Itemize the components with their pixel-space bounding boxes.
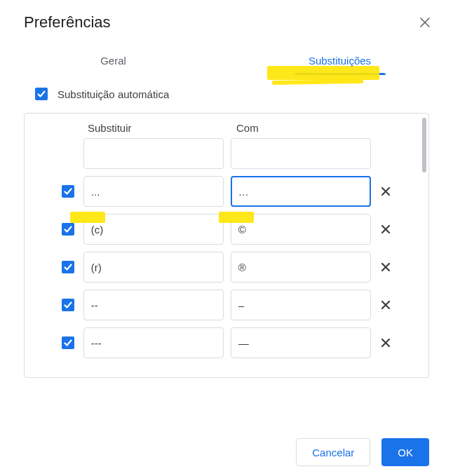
tab-bar: Geral Substituições: [0, 45, 453, 75]
with-input[interactable]: [231, 290, 371, 320]
column-header-replace: Substituir: [88, 122, 236, 134]
delete-row-button[interactable]: [378, 295, 393, 315]
check-icon: [36, 89, 46, 99]
tab-substitutions[interactable]: Substituições: [226, 45, 453, 75]
tab-general[interactable]: Geral: [0, 45, 226, 75]
with-input[interactable]: [231, 138, 371, 169]
check-icon: [63, 224, 73, 234]
check-icon: [63, 338, 73, 348]
delete-icon: [381, 225, 390, 233]
row-checkbox[interactable]: [62, 336, 74, 349]
row-checkbox[interactable]: [62, 299, 74, 311]
delete-icon: [381, 263, 390, 271]
dialog-header: Preferências: [0, 6, 453, 39]
check-icon: [63, 262, 73, 272]
close-button[interactable]: [414, 11, 436, 34]
with-input[interactable]: [231, 327, 371, 358]
row-checkbox-wrap: [60, 185, 76, 198]
tab-substitutions-label: Substituições: [309, 55, 371, 67]
ok-button[interactable]: OK: [381, 438, 429, 466]
with-input[interactable]: [231, 214, 371, 245]
preferences-dialog: Preferências Geral Substituições Substit…: [0, 0, 453, 476]
table-row: [60, 252, 393, 283]
auto-substitution-label: Substituição automática: [58, 88, 169, 100]
delete-row-button[interactable]: [378, 219, 393, 239]
scrollbar-thumb[interactable]: [422, 118, 426, 172]
cancel-button[interactable]: Cancelar: [296, 438, 370, 466]
substitutions-table: Substituir Com: [24, 113, 429, 378]
row-checkbox[interactable]: [62, 185, 74, 198]
with-input[interactable]: [231, 252, 371, 283]
row-checkbox-wrap: [60, 336, 76, 349]
replace-input[interactable]: [83, 327, 224, 358]
table-row: [60, 290, 393, 320]
auto-substitution-row: Substituição automática: [0, 75, 453, 113]
dialog-title: Preferências: [24, 13, 111, 32]
table-row: [60, 138, 393, 169]
auto-substitution-checkbox[interactable]: [35, 88, 48, 100]
table-body: [25, 138, 428, 358]
replace-input[interactable]: [83, 176, 224, 207]
row-checkbox-wrap: [60, 299, 76, 311]
delete-icon: [381, 187, 390, 196]
delete-row-button: [378, 144, 393, 163]
row-checkbox[interactable]: [62, 223, 74, 236]
row-checkbox-wrap: [60, 223, 76, 236]
delete-icon: [381, 301, 390, 309]
table-header: Substituir Com: [25, 114, 428, 138]
row-checkbox-wrap: [60, 261, 76, 273]
replace-input[interactable]: [83, 290, 224, 320]
column-header-with: Com: [236, 122, 393, 134]
row-checkbox[interactable]: [62, 261, 74, 273]
check-icon: [63, 300, 73, 310]
close-icon: [419, 17, 431, 28]
replace-input[interactable]: [83, 214, 224, 245]
delete-row-button[interactable]: [378, 333, 393, 353]
check-icon: [63, 186, 73, 196]
table-row: [60, 327, 393, 358]
delete-row-button[interactable]: [378, 257, 393, 277]
delete-row-button[interactable]: [378, 182, 393, 201]
table-row: [60, 176, 393, 207]
with-input[interactable]: [231, 176, 371, 207]
delete-icon: [381, 339, 390, 347]
replace-input[interactable]: [83, 138, 224, 169]
replace-input[interactable]: [83, 252, 224, 283]
dialog-footer: Cancelar OK: [296, 438, 429, 466]
table-row: [60, 214, 393, 245]
